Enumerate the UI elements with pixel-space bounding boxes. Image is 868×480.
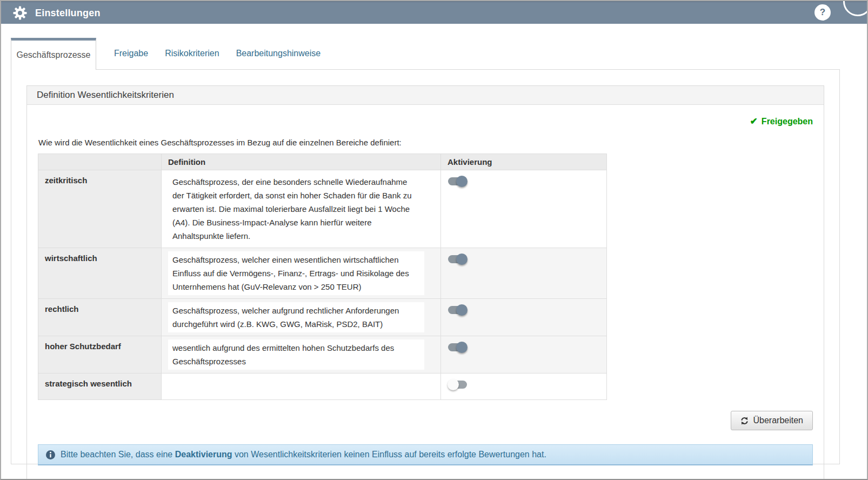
table-row: wirtschaftlich Geschäftsprozess, welcher… — [38, 248, 607, 299]
refresh-icon — [740, 417, 749, 425]
button-row: Überarbeiten — [38, 411, 813, 430]
question-mark-icon: ? — [820, 7, 825, 18]
definition-text: Geschäftsprozess, welcher aufgrund recht… — [168, 302, 424, 332]
activation-toggle[interactable] — [448, 177, 467, 185]
tab-bearbeitungshinweise[interactable]: Bearbeitungshinweise — [236, 49, 321, 58]
panel-title: Definition Wesentlichkeitskriterien — [27, 86, 824, 105]
notice-bold: Deaktivierung — [175, 450, 232, 459]
notice-text: Bitte beachten Sie, dass eine Deaktivier… — [61, 450, 546, 459]
app-window: Einstellungen ? Geschäftsprozesse Freiga… — [0, 0, 868, 480]
criterion-activation-cell — [441, 248, 607, 299]
check-icon: ✔ — [750, 116, 758, 127]
toggle-knob — [456, 304, 468, 316]
table-row: zeitkritisch Geschäftsprozess, der eine … — [38, 170, 607, 248]
definition-text: Geschäftsprozess, der eine besonders sch… — [168, 174, 424, 244]
toggle-knob — [448, 379, 459, 390]
criterion-label: wirtschaftlich — [38, 248, 162, 299]
criteria-table: Definition Aktivierung zeitkritisch Gesc… — [38, 154, 607, 400]
table-row: hoher Schutzbedarf wesentlich aufgrund d… — [38, 336, 607, 374]
help-button[interactable]: ? — [814, 4, 831, 21]
toggle-knob — [456, 176, 468, 187]
toggle-knob — [456, 342, 468, 353]
question-text: Wie wird die Wesentlichkeit eines Geschä… — [38, 138, 813, 147]
criterion-activation-cell — [441, 170, 607, 248]
criterion-label: strategisch wesentlich — [38, 374, 162, 400]
status-badge: ✔ Freigegeben — [38, 116, 813, 127]
tab-geschaeftsprozesse[interactable]: Geschäftsprozesse — [11, 38, 96, 70]
info-icon — [46, 450, 55, 459]
gear-icon — [12, 5, 28, 21]
criterion-definition: Geschäftsprozess, welcher aufgrund recht… — [162, 299, 441, 336]
criteria-tbody: zeitkritisch Geschäftsprozess, der eine … — [38, 170, 607, 400]
criterion-label: hoher Schutzbedarf — [38, 336, 162, 374]
criterion-label: zeitkritisch — [38, 170, 162, 248]
activation-toggle[interactable] — [448, 381, 467, 389]
activation-toggle[interactable] — [448, 306, 467, 314]
criterion-activation-cell — [441, 336, 607, 374]
tab-content: Definition Wesentlichkeitskriterien ✔ Fr… — [11, 69, 840, 464]
partial-circle-icon — [843, 0, 868, 16]
column-header-aktivierung: Aktivierung — [441, 154, 607, 170]
definition-text: wesentlich aufgrund des ermittelten hohe… — [168, 339, 424, 370]
definition-text: Geschäftsprozess, welcher einen wesentli… — [168, 251, 424, 295]
page-title: Einstellungen — [35, 8, 101, 19]
status-label: Freigegeben — [762, 117, 813, 126]
criteria-panel: Definition Wesentlichkeitskriterien ✔ Fr… — [26, 85, 824, 480]
activation-toggle[interactable] — [448, 343, 467, 351]
info-banner: Bitte beachten Sie, dass eine Deaktivier… — [38, 444, 813, 465]
activation-toggle[interactable] — [448, 255, 467, 263]
criterion-activation-cell — [441, 374, 607, 400]
button-label: Überarbeiten — [753, 416, 804, 425]
table-row: rechtlich Geschäftsprozess, welcher aufg… — [38, 299, 607, 336]
tab-risikokriterien[interactable]: Risikokriterien — [165, 49, 219, 58]
column-header-definition: Definition — [162, 154, 441, 170]
criterion-definition — [162, 374, 441, 400]
tab-bar: Geschäftsprozesse Freigabe Risikokriteri… — [11, 38, 840, 69]
criterion-definition: wesentlich aufgrund des ermittelten hohe… — [162, 336, 441, 374]
toggle-knob — [456, 254, 468, 265]
criterion-activation-cell — [441, 299, 607, 336]
table-header-row: Definition Aktivierung — [38, 154, 607, 170]
criterion-definition: Geschäftsprozess, der eine besonders sch… — [162, 170, 441, 248]
criterion-definition: Geschäftsprozess, welcher einen wesentli… — [162, 248, 441, 299]
criterion-label: rechtlich — [38, 299, 162, 336]
table-row: strategisch wesentlich — [38, 374, 607, 400]
column-header-empty — [38, 154, 162, 170]
app-header: Einstellungen ? — [1, 1, 867, 24]
tab-freigabe[interactable]: Freigabe — [114, 49, 148, 58]
ueberarbeiten-button[interactable]: Überarbeiten — [731, 411, 813, 430]
panel-body: ✔ Freigegeben Wie wird die Wesentlichkei… — [27, 105, 824, 480]
